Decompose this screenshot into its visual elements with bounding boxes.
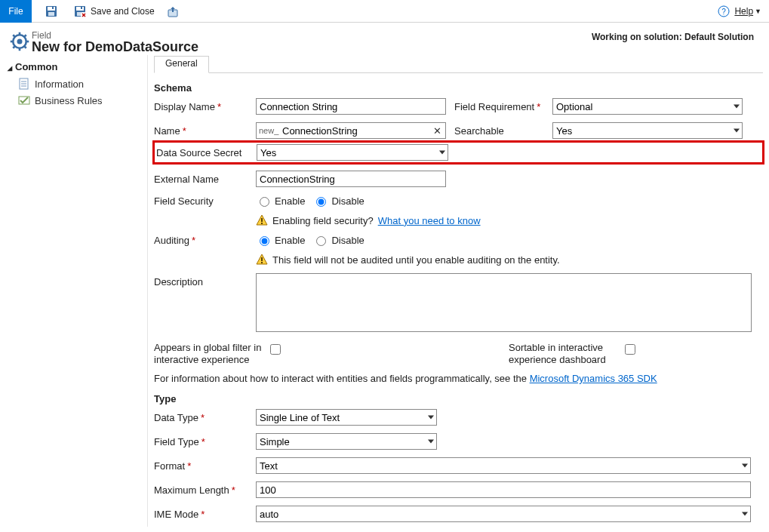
external-name-label: External Name bbox=[154, 174, 256, 185]
format-label: Format bbox=[154, 460, 256, 472]
sidebar: Common Information Business Rules bbox=[0, 55, 148, 527]
description-label: Description bbox=[154, 273, 256, 288]
save-and-close-label: Save and Close bbox=[91, 6, 155, 17]
save-icon bbox=[45, 5, 57, 17]
help-label: Help bbox=[734, 6, 753, 17]
page-header: Field New for DemoDataSource Working on … bbox=[0, 23, 769, 55]
field-type-label: Field Type bbox=[154, 436, 256, 447]
tab-strip: General bbox=[154, 55, 763, 73]
clear-name-icon[interactable]: ✕ bbox=[433, 122, 441, 139]
sdk-info-line: For information about how to interact wi… bbox=[154, 373, 763, 384]
max-length-label: Maximum Length bbox=[154, 484, 256, 496]
name-input[interactable] bbox=[256, 122, 446, 139]
page-icon bbox=[18, 78, 30, 90]
data-type-select[interactable]: Single Line of Text bbox=[256, 409, 437, 426]
field-security-enable-radio[interactable]: Enable bbox=[256, 195, 305, 207]
global-filter-checkbox[interactable] bbox=[270, 344, 281, 355]
page-title: New for DemoDataSource bbox=[32, 39, 592, 55]
publish-button[interactable] bbox=[164, 0, 186, 23]
max-length-input[interactable] bbox=[256, 481, 751, 498]
auditing-disable-radio[interactable]: Disable bbox=[312, 234, 364, 246]
schema-section-title: Schema bbox=[154, 82, 763, 94]
sidebar-item-label: Information bbox=[35, 78, 84, 90]
rules-icon bbox=[18, 94, 30, 106]
sidebar-item-business-rules[interactable]: Business Rules bbox=[8, 92, 140, 109]
ime-mode-label: IME Mode bbox=[154, 509, 256, 520]
field-security-disable-radio[interactable]: Disable bbox=[312, 195, 364, 207]
searchable-label: Searchable bbox=[454, 125, 552, 137]
auditing-label: Auditing bbox=[154, 235, 256, 246]
sortable-dashboard-checkbox[interactable] bbox=[625, 344, 635, 355]
file-menu-button[interactable]: File bbox=[0, 0, 32, 23]
field-requirement-label: Field Requirement bbox=[454, 101, 552, 112]
display-name-input[interactable] bbox=[256, 98, 446, 115]
warning-icon bbox=[256, 254, 268, 266]
description-textarea[interactable] bbox=[256, 273, 752, 332]
display-name-label: Display Name bbox=[154, 101, 256, 112]
data-source-secret-label: Data Source Secret bbox=[156, 147, 257, 158]
solution-label: Working on solution: Default Solution bbox=[592, 32, 754, 55]
chevron-down-icon: ▼ bbox=[755, 8, 761, 15]
data-type-label: Data Type bbox=[154, 412, 256, 423]
data-source-secret-select[interactable]: Yes bbox=[257, 144, 448, 161]
auditing-enable-radio[interactable]: Enable bbox=[256, 234, 305, 246]
global-filter-label: Appears in global filter in interactive … bbox=[154, 342, 267, 365]
sortable-dashboard-label: Sortable in interactive experience dashb… bbox=[509, 342, 622, 365]
field-security-label: Field Security bbox=[154, 195, 256, 207]
searchable-select[interactable]: Yes bbox=[552, 122, 743, 139]
name-label: Name bbox=[154, 125, 256, 137]
format-select[interactable]: Text bbox=[256, 457, 751, 474]
toolbar: File Save and Close Help ▼ bbox=[0, 0, 769, 23]
save-and-close-button[interactable]: Save and Close bbox=[71, 0, 158, 23]
warning-icon bbox=[256, 214, 268, 226]
field-security-warning-text: Enabling field security? bbox=[272, 215, 374, 226]
save-close-icon bbox=[74, 5, 86, 17]
data-source-secret-row: Data Source Secret Yes bbox=[152, 140, 764, 165]
sidebar-item-label: Business Rules bbox=[35, 95, 103, 106]
type-section-title: Type bbox=[154, 393, 763, 404]
entity-gear-icon bbox=[8, 27, 32, 55]
publish-icon bbox=[167, 5, 179, 17]
sidebar-group-common[interactable]: Common bbox=[8, 61, 140, 72]
field-requirement-select[interactable]: Optional bbox=[552, 98, 743, 115]
field-security-info-link[interactable]: What you need to know bbox=[378, 215, 481, 226]
external-name-input[interactable] bbox=[256, 171, 446, 187]
sidebar-item-information[interactable]: Information bbox=[8, 75, 140, 92]
tab-general[interactable]: General bbox=[154, 56, 209, 73]
ime-mode-select[interactable]: auto bbox=[256, 506, 751, 522]
main-content: General Schema Display Name Field Requir… bbox=[148, 55, 769, 527]
auditing-warning-text: This field will not be audited until you… bbox=[272, 254, 560, 266]
field-type-select[interactable]: Simple bbox=[256, 433, 437, 450]
save-button[interactable] bbox=[42, 0, 65, 23]
sdk-link[interactable]: Microsoft Dynamics 365 SDK bbox=[530, 373, 657, 384]
help-icon bbox=[718, 5, 730, 17]
help-menu[interactable]: Help ▼ bbox=[718, 5, 761, 17]
